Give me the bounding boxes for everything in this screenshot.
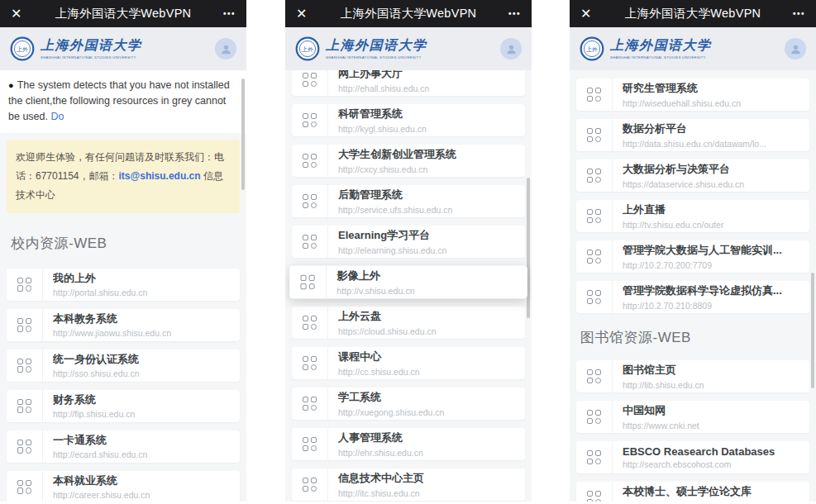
resource-card[interactable]: Elearning学习平台 http://elearning.shisu.edu… <box>292 226 525 258</box>
resource-url: http://elearning.shisu.edu.cn <box>338 245 525 255</box>
resource-card[interactable]: 中国知网 https://www.cnki.net <box>576 401 809 433</box>
section-title-campus-web: 校内资源-WEB <box>11 234 236 253</box>
resource-card[interactable]: 一卡通系统 http://ecard.shisu.edu.cn <box>7 430 240 463</box>
email-link[interactable]: its@shisu.edu.cn <box>119 170 201 182</box>
status-dot-icon: ● <box>8 80 14 90</box>
page-content: ●The system detects that you have not in… <box>0 70 246 502</box>
avatar[interactable] <box>500 38 522 59</box>
scrollbar-thumb[interactable] <box>811 273 814 388</box>
resource-title: Elearning学习平台 <box>338 228 525 243</box>
resource-title: 研究生管理系统 <box>623 81 809 96</box>
apps-grid-icon <box>7 269 43 301</box>
resource-list: 图书馆主页 http://lib.shisu.edu.cn 中国知网 https… <box>570 360 816 502</box>
resource-card[interactable]: 大学生创新创业管理系统 http://cxcy.shisu.edu.cn <box>292 145 525 177</box>
resource-title: 大学生创新创业管理系统 <box>338 147 525 162</box>
more-menu-icon[interactable]: ••• <box>223 9 236 18</box>
avatar[interactable] <box>215 38 236 59</box>
resource-card[interactable]: 信息技术中心主页 http://itc.shisu.edu.cn <box>292 468 525 501</box>
close-icon[interactable]: ✕ <box>11 7 21 21</box>
resource-card[interactable]: 财务系统 http://fip.shisu.edu.cn <box>7 390 240 422</box>
resource-card[interactable]: EBSCO Reasearch Databases http://search.… <box>576 441 809 473</box>
resource-card-text: 后勤管理系统 http://service.ufs.shisu.edu.cn <box>328 185 525 217</box>
resource-card-text: 上外直播 http://tv.shisu.edu.cn/outer <box>613 200 809 232</box>
university-name-en: SHANGHAI INTERNATIONAL STUDIES UNIVERSIT… <box>610 55 706 59</box>
resource-title: 信息技术中心主页 <box>338 471 525 486</box>
resource-card[interactable]: 上外直播 http://tv.shisu.edu.cn/outer <box>576 200 809 232</box>
resource-card[interactable]: 上外云盘 https://cloud.shisu.edu.cn <box>292 307 525 339</box>
resource-card[interactable]: 人事管理系统 http://ehr.shisu.edu.cn <box>292 428 525 460</box>
resource-title: 上外云盘 <box>338 309 525 324</box>
resource-card-text: 大学生创新创业管理系统 http://cxcy.shisu.edu.cn <box>328 145 525 177</box>
apps-grid-icon <box>292 70 328 96</box>
apps-grid-icon <box>292 104 328 136</box>
resource-card[interactable]: 课程中心 http://cc.shisu.edu.cn <box>292 347 525 379</box>
resource-card-text: 学工系统 http://xuegong.shisu.edu.cn <box>328 388 525 420</box>
university-wordmark: 上海外国语大学 SHANGHAI INTERNATIONAL STUDIES U… <box>326 37 480 61</box>
resource-url: http://ehall.shisu.edu.cn <box>338 83 525 93</box>
resource-card-text: 财务系统 http://fip.shisu.edu.cn <box>43 390 240 422</box>
resource-title: 管理学院大数据与人工智能实训... <box>623 243 809 258</box>
apps-grid-icon <box>292 388 328 420</box>
apps-grid-icon <box>7 349 43 382</box>
more-menu-icon[interactable]: ••• <box>793 9 805 18</box>
apps-grid-icon <box>7 390 43 422</box>
resource-title: 后勤管理系统 <box>338 188 525 202</box>
university-name-zh: 上海外国语大学 <box>610 37 764 55</box>
scrollbar-thumb[interactable] <box>241 78 245 190</box>
page-content: 研究生管理系统 http://wiseduehall.shisu.edu.cn … <box>570 70 816 502</box>
resource-card-text: 上外云盘 https://cloud.shisu.edu.cn <box>328 307 525 339</box>
resource-card[interactable]: 网上办事大厅 http://ehall.shisu.edu.cn <box>292 70 525 96</box>
apps-grid-icon <box>576 78 613 111</box>
resource-title: 本校博士、硕士学位论文库 <box>623 484 809 499</box>
resource-title: 本科教务系统 <box>53 311 240 326</box>
apps-grid-icon <box>7 471 43 502</box>
page-title: 上海外国语大学WebVPN <box>0 6 246 21</box>
resource-card[interactable]: 我的上外 http://portal.shisu.edu.cn <box>7 269 240 301</box>
more-menu-icon[interactable]: ••• <box>508 9 521 18</box>
phone-screen-1: ✕ 上海外国语大学WebVPN ••• 上外 上海外国语大学 SHANGHAI … <box>0 0 246 502</box>
resource-url: https://dataservice.shisu.edu.cn <box>623 179 809 189</box>
close-icon[interactable]: ✕ <box>296 7 307 21</box>
resource-url: http://sso.shisu.edu.cn <box>53 368 240 378</box>
apps-grid-icon <box>292 468 328 501</box>
resource-card[interactable]: 管理学院大数据与人工智能实训... http://10.2.70.200:770… <box>576 240 809 273</box>
client-notice: ●The system detects that you have not in… <box>0 70 246 133</box>
resource-card-text: Elearning学习平台 http://elearning.shisu.edu… <box>328 226 525 258</box>
university-name-en: SHANGHAI INTERNATIONAL STUDIES UNIVERSIT… <box>326 55 422 59</box>
resource-card[interactable]: 研究生管理系统 http://wiseduehall.shisu.edu.cn <box>576 78 809 111</box>
titlebar: ✕ 上海外国语大学WebVPN ••• <box>570 0 816 27</box>
resource-list: 我的上外 http://portal.shisu.edu.cn 本科教务系统 h… <box>0 269 246 502</box>
resource-card[interactable]: 管理学院数据科学导论虚拟仿真... http://10.2.70.210:880… <box>576 281 809 313</box>
resource-card-text: 本科就业系统 http://career.shisu.edu.cn <box>43 471 240 502</box>
resource-card[interactable]: 本科教务系统 http://www.jiaowu.shisu.edu.cn <box>7 309 240 341</box>
avatar[interactable] <box>785 38 806 59</box>
resource-card[interactable]: 科研管理系统 http://kygl.shisu.edu.cn <box>292 104 525 136</box>
resource-card[interactable]: 本科就业系统 http://career.shisu.edu.cn <box>7 471 240 502</box>
resource-card[interactable]: 统一身份认证系统 http://sso.shisu.edu.cn <box>7 349 240 382</box>
resource-card[interactable]: 本校博士、硕士学位论文库 http://202.121.96.136:8800 <box>576 482 809 502</box>
resource-card-text: 信息技术中心主页 http://itc.shisu.edu.cn <box>328 468 525 501</box>
download-link[interactable]: Do <box>50 111 64 122</box>
resource-card[interactable]: 数据分析平台 http://data.shisu.edu.cn/datawam/… <box>576 119 809 151</box>
apps-grid-icon <box>576 159 613 192</box>
apps-grid-icon <box>292 185 328 217</box>
close-icon[interactable]: ✕ <box>580 7 591 21</box>
resource-url: http://ecard.shisu.edu.cn <box>53 449 240 459</box>
resource-card-text: 管理学院大数据与人工智能实训... http://10.2.70.200:770… <box>613 240 809 273</box>
resource-card[interactable]: 图书馆主页 http://lib.shisu.edu.cn <box>576 360 809 392</box>
resource-card[interactable]: 后勤管理系统 http://service.ufs.shisu.edu.cn <box>292 185 525 217</box>
resource-url: http://v.shisu.edu.cn <box>336 286 527 296</box>
titlebar: ✕ 上海外国语大学WebVPN ••• <box>285 0 532 27</box>
resource-url: http://10.2.70.210:8809 <box>623 301 809 311</box>
apps-grid-icon <box>292 307 328 339</box>
apps-grid-icon <box>7 309 43 341</box>
page-title: 上海外国语大学WebVPN <box>570 6 816 21</box>
resource-card[interactable]: 大数据分析与决策平台 https://dataservice.shisu.edu… <box>576 159 809 192</box>
resource-card[interactable]: 学工系统 http://xuegong.shisu.edu.cn <box>292 388 525 420</box>
resource-url: http://fip.shisu.edu.cn <box>53 409 240 419</box>
university-wordmark: 上海外国语大学 SHANGHAI INTERNATIONAL STUDIES U… <box>41 37 194 61</box>
resource-title: 网上办事大厅 <box>338 70 525 81</box>
resource-list: 研究生管理系统 http://wiseduehall.shisu.edu.cn … <box>570 78 816 313</box>
resource-card[interactable]: 影像上外 http://v.shisu.edu.cn <box>289 266 527 299</box>
university-seal-icon: 上外 <box>10 36 35 61</box>
